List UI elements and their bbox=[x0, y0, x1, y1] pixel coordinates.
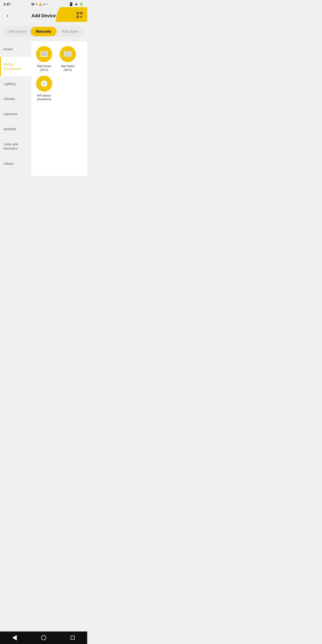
tab-add-device[interactable]: Add device bbox=[4, 27, 31, 36]
device-pir-sensor[interactable]: PIR Sensor(Hardwired) bbox=[34, 76, 54, 102]
check-icon: ✔ bbox=[43, 2, 46, 6]
back-icon: ‹ bbox=[7, 12, 8, 19]
device-grid: Wall Socket(Wi-Fi) Wall Switch(Wi-Fi) bbox=[31, 42, 87, 176]
sidebar-item-wiring-accessories[interactable]: Wiring Accessories bbox=[0, 57, 31, 76]
scan-icon bbox=[76, 12, 83, 20]
sidebar-item-lighting[interactable]: Lighting bbox=[0, 76, 31, 92]
dots-icon: •• bbox=[35, 2, 37, 6]
pir-sensor-label: PIR Sensor(Hardwired) bbox=[37, 94, 51, 102]
battery-icon: 🔋 bbox=[79, 2, 84, 6]
status-right-icons: 📳 ▲ 🔋 bbox=[69, 2, 84, 6]
wall-switch-icon-bg bbox=[60, 46, 76, 62]
wall-socket-icon-bg bbox=[36, 46, 52, 62]
vibrate-icon: 📳 bbox=[69, 2, 73, 6]
header-nav: ‹ Add Device bbox=[4, 10, 84, 22]
svg-rect-2 bbox=[77, 16, 79, 18]
sidebar-item-others[interactable]: Others bbox=[0, 156, 31, 171]
scan-button[interactable] bbox=[76, 12, 84, 20]
sidebar-item-power[interactable]: Power bbox=[0, 42, 31, 57]
sidebar-item-doorbell[interactable]: Doorbell bbox=[0, 122, 31, 137]
back-button[interactable]: ‹ bbox=[4, 12, 12, 20]
status-bar: 2:37 🖼 •• 🔔 ✔ • 📳 ▲ 🔋 bbox=[0, 0, 87, 7]
wall-socket-label: Wall Socket(Wi-Fi) bbox=[37, 64, 51, 72]
page-title: Add Device bbox=[12, 13, 76, 18]
header: ‹ Add Device bbox=[0, 7, 87, 22]
wifi-icon: ▲ bbox=[74, 2, 78, 6]
sidebar-item-cameras[interactable]: Cameras bbox=[0, 106, 31, 122]
device-wall-socket[interactable]: Wall Socket(Wi-Fi) bbox=[34, 46, 54, 72]
svg-point-20 bbox=[44, 83, 44, 84]
wall-switch-label: Wall Switch(Wi-Fi) bbox=[61, 64, 75, 72]
tab-switcher: Add device Manually Auto Scan bbox=[0, 22, 87, 42]
bell-icon: 🔔 bbox=[38, 2, 42, 6]
tab-container: Add device Manually Auto Scan bbox=[4, 26, 84, 37]
tab-auto-scan[interactable]: Auto Scan bbox=[56, 27, 83, 36]
sidebar-item-climate[interactable]: Climate bbox=[0, 91, 31, 106]
photo-icon: 🖼 bbox=[31, 2, 34, 6]
status-icons: 🖼 •• 🔔 ✔ • bbox=[31, 2, 48, 6]
pir-sensor-icon-bg bbox=[36, 76, 52, 92]
device-wall-switch[interactable]: Wall Switch(Wi-Fi) bbox=[58, 46, 78, 72]
tab-manually[interactable]: Manually bbox=[31, 27, 57, 36]
sidebar: Power Wiring Accessories Lighting Climat… bbox=[0, 42, 31, 176]
svg-rect-1 bbox=[80, 12, 82, 14]
main-content: Power Wiring Accessories Lighting Climat… bbox=[0, 42, 87, 176]
sidebar-item-hubs-and-remotes[interactable]: Hubs and Remotes bbox=[0, 137, 31, 156]
dot-icon: • bbox=[47, 2, 48, 6]
status-time: 2:37 bbox=[4, 2, 10, 6]
svg-rect-0 bbox=[77, 12, 79, 14]
